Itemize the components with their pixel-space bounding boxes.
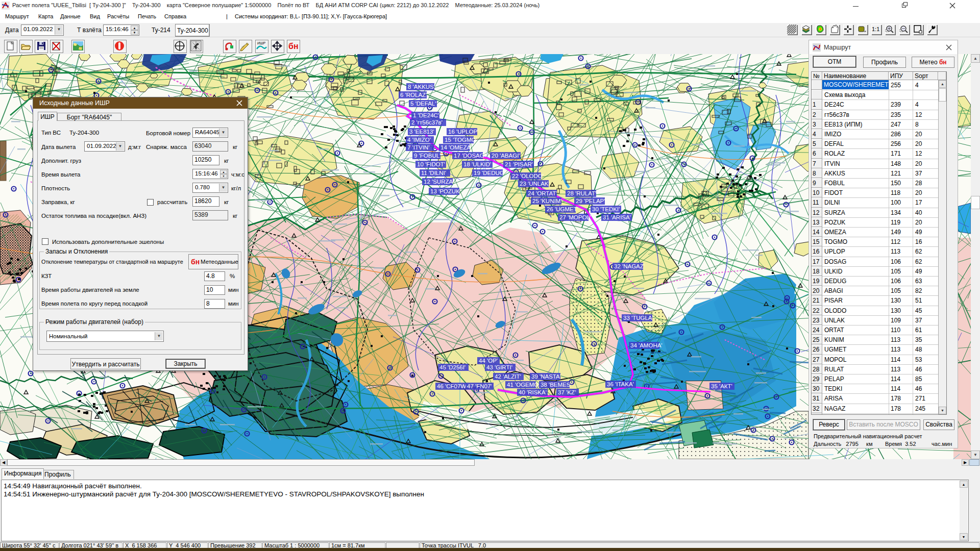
svg-text:40 'RISKA': 40 'RISKA' — [519, 389, 547, 395]
svg-text:16 'UPLOP': 16 'UPLOP' — [448, 129, 478, 135]
svg-text:44 'OP': 44 'OP' — [479, 358, 498, 364]
svg-text:17 'DOSAG': 17 'DOSAG' — [454, 153, 485, 159]
svg-text:12 'SURZA': 12 'SURZA' — [424, 179, 454, 185]
svg-text:8 'AKKUS': 8 'AKKUS' — [408, 84, 435, 90]
svg-text:27 'MOPOL': 27 'MOPOL' — [559, 214, 591, 220]
svg-text:1 'DE24C': 1 'DE24C' — [413, 112, 439, 118]
svg-text:26 'UGMET': 26 'UGMET' — [547, 206, 578, 212]
svg-text:3 'EE813': 3 'EE813' — [409, 129, 434, 135]
svg-text:7 'ITVIN': 7 'ITVIN' — [407, 144, 429, 151]
svg-text:37 'KZ': 37 'KZ' — [558, 389, 576, 395]
svg-text:21 'PISAR': 21 'PISAR' — [505, 161, 533, 167]
svg-text:20 'ABAGI': 20 'ABAGI' — [492, 153, 520, 159]
svg-text:6 'ROLAZ': 6 'ROLAZ' — [400, 92, 427, 98]
svg-text:10 'FIDOT': 10 'FIDOT' — [417, 161, 445, 167]
svg-text:31 'ARISA': 31 'ARISA' — [603, 214, 631, 220]
svg-text:4 'IMIZO': 4 'IMIZO' — [407, 137, 431, 143]
svg-text:19 'DEDUG': 19 'DEDUG' — [474, 170, 505, 176]
svg-text:22 'OLODO': 22 'OLODO' — [512, 173, 544, 179]
svg-text:1:1: 1:1 — [872, 26, 879, 32]
svg-text:25 'KUNIM': 25 'KUNIM' — [532, 198, 561, 204]
svg-text:5 'DEFAL': 5 'DEFAL' — [410, 101, 436, 107]
svg-text:13 'POZUK': 13 'POZUK' — [430, 188, 461, 194]
svg-text:бн: бн — [288, 42, 299, 51]
svg-text:29 'PELAP': 29 'PELAP' — [576, 198, 605, 204]
svg-text:14 'OMEZA': 14 'OMEZA' — [440, 144, 472, 151]
svg-text:47 'FN07': 47 'FN07' — [467, 383, 492, 389]
svg-text:ИШР: ИШР — [257, 41, 265, 45]
svg-text:15 'TOGMO': 15 'TOGMO' — [445, 137, 477, 143]
svg-text:30 'TEDKI': 30 'TEDKI' — [592, 206, 620, 212]
svg-text:33 'TUGLA': 33 'TUGLA' — [623, 315, 653, 321]
svg-text:24 'ORTAT': 24 'ORTAT' — [528, 190, 557, 196]
svg-text:32 'NAGAZ': 32 'NAGAZ' — [614, 263, 645, 269]
svg-text:45 'D256I': 45 'D256I' — [439, 364, 465, 370]
svg-text:42 'ALZIT': 42 'ALZIT' — [495, 373, 521, 380]
svg-text:39 'NASTA': 39 'NASTA' — [531, 373, 561, 380]
svg-text:41 'OGEMO': 41 'OGEMO' — [507, 382, 540, 388]
svg-text:46 'CF07W': 46 'CF07W' — [437, 383, 467, 389]
svg-text:9 'FOBUL': 9 'FOBUL' — [414, 153, 440, 159]
svg-text:2 'гт56с37в': 2 'гт56с37в' — [411, 119, 443, 126]
svg-text:34 'AMOHA': 34 'AMOHA' — [630, 342, 663, 348]
svg-text:23 'UNLAK': 23 'UNLAK' — [520, 181, 550, 187]
svg-text:18 'ULKID': 18 'ULKID' — [463, 161, 491, 167]
svg-text:28 'RULAT': 28 'RULAT' — [567, 190, 596, 196]
svg-text:36 'ITAKA': 36 'ITAKA' — [607, 381, 634, 387]
svg-text:38 'BEMES': 38 'BEMES' — [541, 382, 572, 388]
svg-text:43 'GIRTI': 43 'GIRTI' — [486, 364, 512, 370]
svg-text:35 'АКТ': 35 'АКТ' — [711, 383, 732, 389]
svg-text:11 'DILNI': 11 'DILNI' — [421, 170, 446, 176]
